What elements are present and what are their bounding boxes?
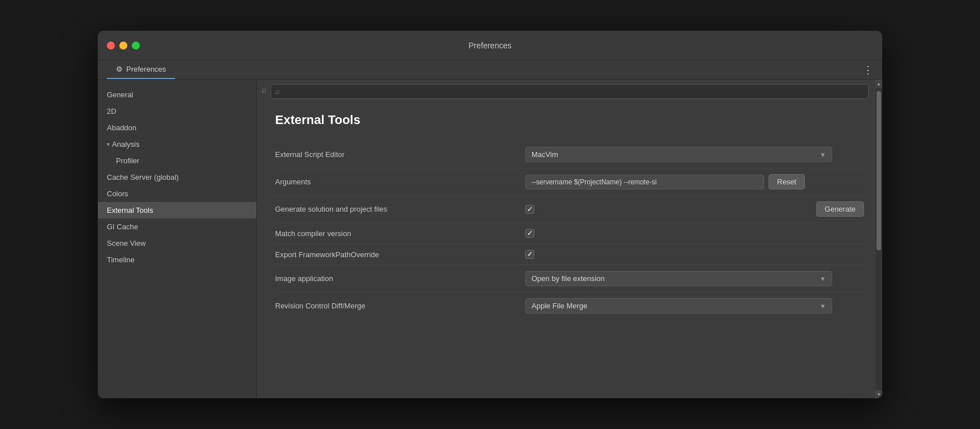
sidebar-item-scene-view[interactable]: Scene View bbox=[98, 235, 256, 251]
script-editor-dropdown[interactable]: MacVim ▼ bbox=[525, 147, 832, 162]
settings-row-arguments: Arguments --servername $(ProjectName) --… bbox=[275, 168, 864, 196]
generate-solution-checkbox-container bbox=[525, 205, 534, 214]
settings-row-image-application: Image application Open by file extension… bbox=[275, 265, 864, 292]
script-editor-control: MacVim ▼ bbox=[525, 147, 864, 162]
arguments-control: --servername $(ProjectName) --remote-si … bbox=[525, 174, 864, 189]
minimize-button[interactable] bbox=[119, 42, 127, 50]
sidebar-item-profiler[interactable]: Profiler bbox=[98, 152, 256, 169]
revision-control-dropdown[interactable]: Apple File Merge ▼ bbox=[525, 298, 832, 314]
scroll-down-arrow[interactable]: ▼ bbox=[875, 390, 882, 398]
settings-row-revision-control: Revision Control Diff/Merge Apple File M… bbox=[275, 292, 864, 319]
titlebar: Preferences bbox=[98, 31, 882, 60]
sidebar-item-general[interactable]: General bbox=[98, 86, 256, 103]
close-button[interactable] bbox=[107, 42, 115, 50]
panel-title: External Tools bbox=[275, 113, 864, 127]
more-options-icon[interactable]: ⋮ bbox=[863, 64, 873, 76]
sidebar: General 2D Abaddon ▾ Analysis Profiler C… bbox=[98, 80, 257, 398]
export-framework-control bbox=[525, 250, 864, 259]
maximize-button[interactable] bbox=[132, 42, 140, 50]
arguments-label: Arguments bbox=[275, 178, 525, 186]
match-compiler-control bbox=[525, 229, 864, 238]
content-area: General 2D Abaddon ▾ Analysis Profiler C… bbox=[98, 80, 882, 398]
export-framework-checkbox[interactable] bbox=[525, 250, 534, 259]
settings-row-export-framework: Export FrameworkPathOverride bbox=[275, 244, 864, 265]
export-framework-label: Export FrameworkPathOverride bbox=[275, 250, 525, 259]
revision-control-control: Apple File Merge ▼ bbox=[525, 298, 864, 314]
chevron-down-icon: ▾ bbox=[107, 141, 110, 147]
settings-row-generate-solution: Generate solution and project files Gene… bbox=[275, 196, 864, 223]
window-title: Preferences bbox=[468, 41, 511, 50]
sidebar-item-external-tools[interactable]: External Tools bbox=[98, 202, 256, 218]
scrollbar-thumb[interactable] bbox=[877, 91, 881, 250]
match-compiler-label: Match compiler version bbox=[275, 229, 525, 238]
revision-control-label: Revision Control Diff/Merge bbox=[275, 302, 525, 310]
image-application-control: Open by file extension ▼ bbox=[525, 271, 864, 286]
sidebar-item-cache-server[interactable]: Cache Server (global) bbox=[98, 169, 256, 185]
sidebar-item-label: Analysis bbox=[112, 140, 139, 148]
scrollbar-track: ▲ ▼ bbox=[875, 80, 882, 398]
main-content: ⌕ External Tools External Script Editor … bbox=[257, 80, 882, 398]
search-icon: ⌕ bbox=[275, 86, 280, 96]
generate-solution-label: Generate solution and project files bbox=[275, 205, 525, 213]
generate-solution-checkbox[interactable] bbox=[525, 205, 534, 214]
generate-solution-control: Generate bbox=[525, 201, 864, 217]
arguments-field[interactable]: --servername $(ProjectName) --remote-si bbox=[525, 175, 764, 189]
sidebar-item-gi-cache[interactable]: GI Cache bbox=[98, 218, 256, 235]
preferences-window: Preferences ⚙ Preferences ⋮ General 2D A… bbox=[98, 31, 882, 398]
gear-icon: ⚙ bbox=[116, 65, 123, 73]
scroll-up-arrow[interactable]: ▲ bbox=[875, 80, 882, 88]
script-editor-label: External Script Editor bbox=[275, 150, 525, 159]
external-tools-panel: External Tools External Script Editor Ma… bbox=[257, 99, 882, 333]
reset-button[interactable]: Reset bbox=[769, 174, 805, 189]
sidebar-item-timeline[interactable]: Timeline bbox=[98, 251, 256, 268]
image-application-label: Image application bbox=[275, 274, 525, 283]
preferences-tab[interactable]: ⚙ Preferences bbox=[107, 60, 175, 79]
settings-row-match-compiler: Match compiler version bbox=[275, 223, 864, 244]
settings-row-script-editor: External Script Editor MacVim ▼ bbox=[275, 141, 864, 168]
script-editor-value: MacVim bbox=[531, 150, 558, 159]
sidebar-item-2d[interactable]: 2D bbox=[98, 103, 256, 119]
sidebar-item-abaddon[interactable]: Abaddon bbox=[98, 119, 256, 136]
match-compiler-checkbox[interactable] bbox=[525, 229, 534, 238]
dropdown-arrow-icon-3: ▼ bbox=[820, 303, 826, 310]
sidebar-item-analysis[interactable]: ▾ Analysis bbox=[98, 136, 256, 152]
traffic-lights bbox=[107, 42, 140, 50]
settings-table: External Script Editor MacVim ▼ Argument… bbox=[275, 141, 864, 319]
dropdown-arrow-icon-2: ▼ bbox=[820, 275, 826, 282]
tab-label: Preferences bbox=[126, 65, 166, 73]
sidebar-item-colors[interactable]: Colors bbox=[98, 185, 256, 202]
revision-control-value: Apple File Merge bbox=[531, 302, 587, 310]
search-input[interactable] bbox=[271, 84, 869, 99]
image-application-value: Open by file extension bbox=[531, 274, 605, 283]
search-area: ⌕ bbox=[257, 80, 882, 99]
tab-bar: ⚙ Preferences ⋮ bbox=[98, 60, 882, 80]
generate-button[interactable]: Generate bbox=[816, 201, 864, 217]
dropdown-arrow-icon: ▼ bbox=[820, 151, 826, 158]
image-application-dropdown[interactable]: Open by file extension ▼ bbox=[525, 271, 832, 286]
